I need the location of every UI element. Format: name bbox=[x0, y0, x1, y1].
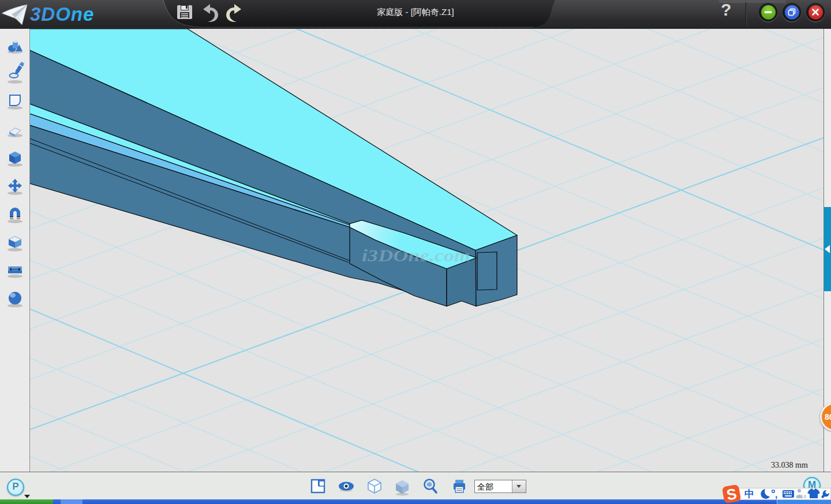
svg-text:,: , bbox=[775, 490, 777, 499]
svg-text:i3DOne.com: i3DOne.com bbox=[362, 246, 470, 265]
svg-text:14: 14 bbox=[800, 494, 806, 499]
svg-text:中: 中 bbox=[744, 488, 754, 499]
svg-text:3DOne: 3DOne bbox=[30, 3, 94, 25]
